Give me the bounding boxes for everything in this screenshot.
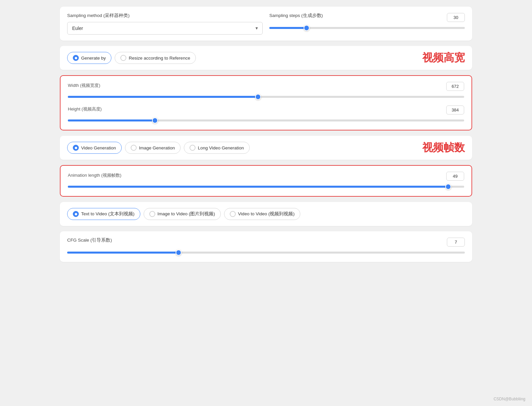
width-section: Width (视频宽度) 672 (68, 82, 464, 100)
generate-by-label: Generate by (81, 56, 106, 61)
height-section: Height (视频高度) 384 (68, 105, 464, 124)
height-value[interactable]: 384 (446, 105, 464, 114)
image-to-video-radio[interactable]: Image to Video (图片到视频) (144, 208, 221, 220)
animation-length-slider[interactable] (68, 183, 464, 190)
video-source-radio-row: Text to Video (文本到视频) Image to Video (图片… (67, 208, 465, 220)
resize-according-label: Resize according to Reference (129, 56, 190, 61)
text-to-video-radio[interactable]: Text to Video (文本到视频) (67, 208, 140, 220)
height-slider[interactable] (68, 117, 464, 124)
resize-according-circle (120, 55, 126, 61)
gen-type-radio-row: Video Generation Image Generation Long V… (67, 142, 465, 154)
video-generation-radio[interactable]: Video Generation (67, 142, 122, 154)
cfg-scale-thumb[interactable] (176, 250, 182, 256)
cfg-scale-fill (67, 252, 179, 254)
long-video-generation-radio[interactable]: Long Video Generation (184, 142, 250, 154)
width-track (68, 96, 464, 98)
animation-length-label: Animation length (视频帧数) (68, 172, 121, 178)
width-label: Width (视频宽度) (68, 83, 100, 89)
generate-by-circle (73, 55, 79, 61)
width-slider[interactable] (68, 94, 464, 100)
video-generation-circle (73, 145, 79, 151)
animation-length-card: Animation length (视频帧数) 49 (60, 165, 472, 197)
sampling-method-select-wrapper[interactable]: Euler ▼ (67, 22, 263, 35)
sampling-steps-fill (269, 27, 307, 29)
sampling-method-section: Sampling method (采样器种类) Euler ▼ (67, 13, 263, 35)
sampling-card: Sampling method (采样器种类) Euler ▼ Sampling… (60, 7, 472, 41)
resize-according-radio[interactable]: Resize according to Reference (115, 52, 196, 64)
height-track (68, 119, 464, 121)
cfg-scale-track (67, 252, 465, 254)
width-fill (68, 96, 258, 98)
sampling-steps-thumb[interactable] (304, 25, 310, 31)
video-to-video-label: Video to Video (视频到视频) (238, 211, 295, 217)
cfg-scale-label: CFG Scale (引导系数) (67, 237, 112, 243)
resize-mode-card: Generate by Resize according to Referenc… (60, 46, 472, 70)
animation-length-track (68, 186, 464, 188)
sampling-steps-value[interactable]: 30 (447, 13, 465, 22)
resize-mode-radio-row: Generate by Resize according to Referenc… (67, 52, 465, 64)
sampling-method-select[interactable]: Euler (67, 22, 263, 35)
video-generation-label: Video Generation (81, 145, 116, 150)
sampling-steps-label: Sampling steps (生成步数) (269, 13, 323, 19)
generate-by-radio[interactable]: Generate by (67, 52, 111, 64)
long-video-generation-label: Long Video Generation (198, 145, 244, 150)
animation-length-thumb[interactable] (445, 184, 451, 190)
text-to-video-label: Text to Video (文本到视频) (81, 211, 135, 217)
image-generation-radio[interactable]: Image Generation (125, 142, 181, 154)
animation-length-value[interactable]: 49 (446, 172, 464, 181)
cfg-scale-value[interactable]: 7 (447, 238, 465, 247)
sampling-steps-slider[interactable] (269, 25, 465, 31)
sampling-steps-track (269, 27, 465, 29)
long-video-generation-circle (190, 145, 196, 151)
sampling-method-label: Sampling method (采样器种类) (67, 13, 263, 19)
image-to-video-label: Image to Video (图片到视频) (158, 211, 215, 217)
image-generation-label: Image Generation (139, 145, 175, 150)
gen-type-card: Video Generation Image Generation Long V… (60, 136, 472, 160)
video-to-video-radio[interactable]: Video to Video (视频到视频) (224, 208, 300, 220)
image-generation-circle (131, 145, 137, 151)
image-to-video-circle (149, 211, 155, 217)
text-to-video-circle (73, 211, 79, 217)
width-thumb[interactable] (255, 94, 261, 100)
height-label: Height (视频高度) (68, 106, 102, 112)
sampling-steps-section: Sampling steps (生成步数) 30 (269, 13, 465, 31)
width-value[interactable]: 672 (446, 82, 464, 91)
cfg-scale-card: CFG Scale (引导系数) 7 (60, 231, 472, 262)
video-source-card: Text to Video (文本到视频) Image to Video (图片… (60, 202, 472, 226)
cfg-scale-slider[interactable] (67, 249, 465, 256)
width-height-card: Width (视频宽度) 672 Height (视频高度) 384 (60, 75, 472, 130)
height-thumb[interactable] (152, 117, 158, 123)
video-to-video-circle (230, 211, 236, 217)
height-fill (68, 119, 155, 121)
animation-length-fill (68, 186, 448, 188)
